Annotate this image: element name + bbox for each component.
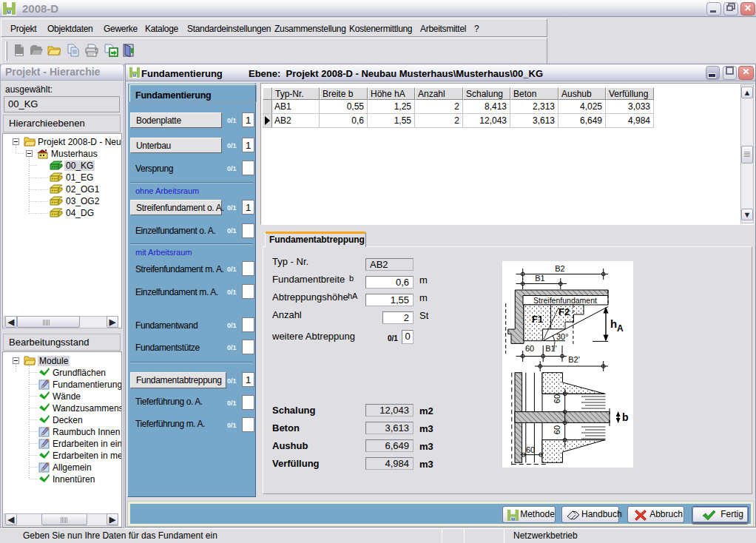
svg-text:b: b: [622, 411, 629, 423]
svg-text:M: M: [7, 10, 11, 15]
svg-text:B1': B1': [545, 344, 557, 353]
svg-text:B1: B1: [535, 274, 544, 283]
svg-text:B2: B2: [555, 264, 564, 273]
svg-text:60: 60: [525, 344, 534, 353]
svg-text:h: h: [610, 317, 617, 330]
svg-text:60: 60: [553, 425, 561, 434]
svg-text:60: 60: [526, 445, 535, 454]
svg-text:M: M: [132, 73, 136, 78]
svg-text:A: A: [617, 323, 624, 334]
svg-text:Streifenfundament: Streifenfundament: [533, 296, 597, 305]
svg-text:M: M: [511, 516, 515, 522]
svg-text:F1: F1: [532, 314, 543, 325]
svg-text:30°: 30°: [556, 332, 569, 341]
svg-text:B2': B2': [568, 355, 580, 364]
svg-text:60: 60: [553, 394, 561, 403]
svg-text:F2: F2: [558, 306, 570, 317]
